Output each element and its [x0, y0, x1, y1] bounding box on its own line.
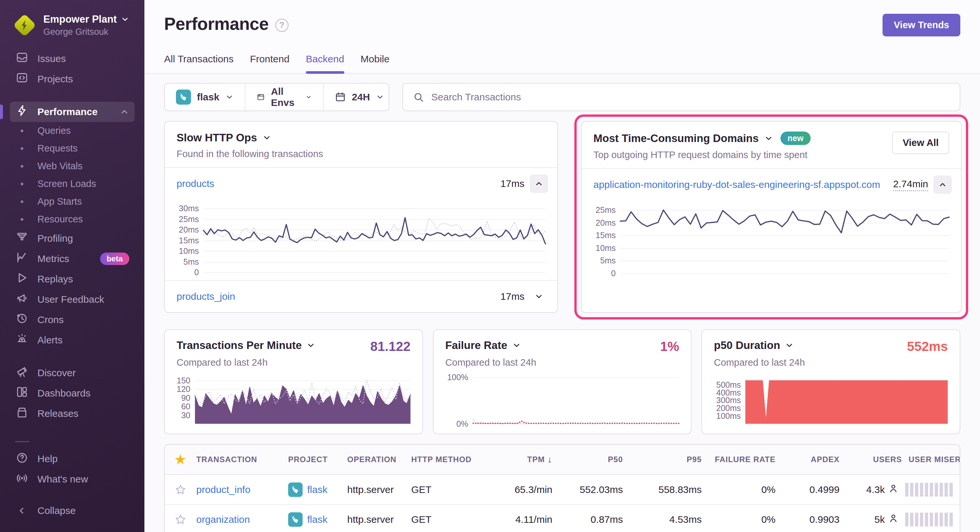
- axis-tick-label: 120: [174, 384, 190, 394]
- page-header: Performance ? View Trends All Transactio…: [145, 0, 980, 74]
- chevron-down-icon: [376, 93, 384, 102]
- org-switcher[interactable]: Empower Plant George Gritsouk: [0, 0, 145, 37]
- sidebar-item-discover[interactable]: Discover: [10, 363, 135, 383]
- tpm-chart[interactable]: 150 120 90 60 30: [174, 375, 410, 424]
- transactions_per_minute-plot: [195, 375, 410, 424]
- sidebar-item-web-vitals[interactable]: •Web Vitals: [10, 157, 135, 175]
- view-all-button[interactable]: View All: [892, 132, 949, 154]
- sidebar-item-help[interactable]: Help: [10, 449, 135, 469]
- performance-icon: [16, 104, 29, 119]
- axis-tick-label: 60: [174, 402, 190, 411]
- failure-rate-chart[interactable]: 100% 0%: [443, 375, 679, 424]
- star-toggle[interactable]: [165, 483, 196, 496]
- card-subtitle: Found in the following transactions: [177, 149, 546, 159]
- failure-rate-cell: 0%: [702, 484, 776, 495]
- column-header-failure-rate[interactable]: FAILURE RATE: [702, 455, 776, 464]
- users-cell: 5k: [840, 513, 902, 526]
- domains-chart[interactable]: 25ms 20ms 15ms 10ms 5ms 0: [592, 205, 949, 273]
- axis-tick-label: 0: [175, 268, 199, 277]
- sidebar-item-projects[interactable]: Projects: [10, 69, 135, 89]
- star-toggle[interactable]: [165, 513, 196, 526]
- dashboards-icon: [16, 385, 29, 401]
- column-header-users[interactable]: USERS: [840, 455, 902, 464]
- sidebar-item-performance[interactable]: Performance: [10, 102, 135, 122]
- person-icon: [888, 483, 899, 496]
- search-input[interactable]: [431, 91, 950, 103]
- sidebar-item-metrics[interactable]: Metricsbeta: [10, 249, 135, 269]
- environment-filter[interactable]: All Envs: [245, 84, 323, 111]
- sidebar-gap: [10, 89, 135, 102]
- sidebar-item-screen-loads[interactable]: •Screen Loads: [10, 175, 135, 193]
- column-header-operation[interactable]: OPERATION: [347, 455, 411, 464]
- chevron-up-icon: [938, 180, 947, 189]
- issues-icon: [16, 51, 29, 66]
- sidebar-item-dashboards[interactable]: Dashboards: [10, 383, 135, 403]
- sidebar-item-replays[interactable]: Replays: [10, 269, 135, 289]
- collapse-row-button[interactable]: [933, 175, 952, 194]
- sidebar-item-issues[interactable]: Issues: [10, 49, 135, 69]
- tab-backend[interactable]: Backend: [306, 54, 344, 73]
- card-subtitle: Compared to last 24h: [434, 357, 691, 368]
- sidebar-item-app-starts[interactable]: •App Starts: [10, 193, 135, 211]
- sidebar-item-queries[interactable]: •Queries: [10, 122, 135, 140]
- tab-frontend[interactable]: Frontend: [250, 54, 290, 73]
- sidebar-item-releases[interactable]: Releases: [10, 403, 135, 424]
- sidebar-item-what-s-new[interactable]: What's new: [10, 469, 135, 489]
- transaction-link[interactable]: products_join: [177, 291, 235, 302]
- sidebar-collapse-button[interactable]: Collapse: [10, 500, 135, 521]
- new-badge: new: [780, 132, 811, 145]
- slow-http-ops-chart[interactable]: 30ms 25ms 20ms 15ms 10ms 5ms 0: [175, 204, 546, 272]
- star-icon[interactable]: ★: [165, 452, 196, 467]
- environment-filter-label: All Envs: [271, 86, 300, 108]
- help-circle-icon[interactable]: ?: [275, 19, 288, 32]
- column-header-p50[interactable]: P50: [552, 455, 623, 464]
- transactions-table: ★TRANSACTIONPROJECTOPERATIONHTTP METHODT…: [164, 444, 960, 532]
- transaction-link[interactable]: products: [177, 178, 214, 189]
- collapse-row-button[interactable]: [530, 175, 548, 193]
- project-filter[interactable]: flask: [165, 84, 245, 111]
- transaction-link[interactable]: product_info: [196, 484, 250, 495]
- tpm-cell: 65.3/min: [488, 484, 552, 495]
- sidebar-item-alerts[interactable]: Alerts: [10, 330, 135, 350]
- column-header-tpm[interactable]: TPM↓: [488, 454, 552, 465]
- tab-mobile[interactable]: Mobile: [361, 54, 390, 73]
- time-spent-value[interactable]: 2.74min: [893, 178, 928, 191]
- date-range-filter[interactable]: 24H: [323, 84, 396, 111]
- transaction-link[interactable]: organization: [196, 514, 250, 525]
- sidebar-item-requests[interactable]: •Requests: [10, 140, 135, 157]
- tab-all-transactions[interactable]: All Transactions: [164, 54, 234, 73]
- p50-duration-chart[interactable]: 500ms 400ms 300ms 200ms 100ms: [711, 375, 948, 424]
- domains_appspot-plot: [620, 205, 949, 273]
- apdex-cell: 0.4999: [776, 484, 840, 495]
- table-row: organization flask http.server GET 4.11/…: [165, 505, 960, 532]
- sidebar-item-user-feedback[interactable]: User Feedback: [10, 289, 135, 310]
- axis-tick-label: 90: [174, 393, 190, 402]
- apdex-cell: 0.9903: [776, 514, 840, 525]
- sidebar-item-profiling[interactable]: Profiling: [10, 228, 135, 249]
- org-user: George Gritsouk: [43, 27, 129, 37]
- card-title-dropdown[interactable]: Failure Rate: [445, 339, 521, 352]
- axis-tick-label: 150: [174, 376, 190, 385]
- card-subtitle: Compared to last 24h: [165, 357, 422, 368]
- person-icon: [888, 513, 899, 526]
- column-header-user-misery[interactable]: USER MISERY: [902, 455, 960, 464]
- card-title-dropdown[interactable]: Most Time-Consuming Domains new: [593, 132, 811, 145]
- column-header-project[interactable]: PROJECT: [288, 455, 347, 464]
- domain-link[interactable]: application-monitoring-ruby-dot-sales-en…: [593, 179, 880, 190]
- column-header-http-method[interactable]: HTTP METHOD: [411, 455, 488, 464]
- column-header-transaction[interactable]: TRANSACTION: [196, 455, 288, 464]
- sidebar-item-resources[interactable]: •Resources: [10, 211, 135, 228]
- view-trends-button[interactable]: View Trends: [883, 14, 960, 37]
- user-misery-bars: [905, 513, 953, 526]
- expand-row-button[interactable]: [530, 287, 548, 306]
- sidebar-item-crons[interactable]: Crons: [10, 310, 135, 330]
- card-title-dropdown[interactable]: p50 Duration: [714, 339, 794, 352]
- project-link[interactable]: flask: [307, 514, 328, 525]
- column-header-apdex[interactable]: APDEX: [776, 455, 840, 464]
- bullet-icon: •: [20, 214, 24, 225]
- column-header-p95[interactable]: P95: [623, 455, 702, 464]
- card-title-dropdown[interactable]: Transactions Per Minute: [177, 339, 315, 352]
- project-link[interactable]: flask: [307, 484, 328, 495]
- search-transactions-box: [402, 83, 960, 111]
- card-title-dropdown[interactable]: Slow HTTP Ops: [177, 132, 546, 144]
